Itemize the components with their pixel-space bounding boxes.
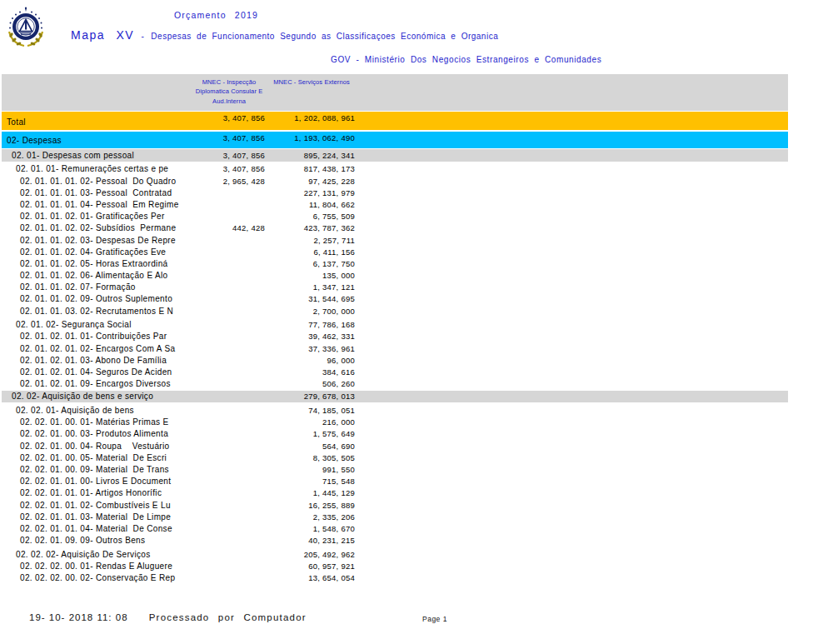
- row-col2: 16, 255, 889: [267, 501, 357, 510]
- row-label: 02. 01. 01. 02. 04- Gratificações Eve: [2, 247, 192, 257]
- table-header-band: MNEC - Inspecção Diplomatica Consular E …: [2, 74, 788, 111]
- row-col2: 135, 000: [267, 271, 357, 280]
- table-row: 02. 02. 02- Aquisição De Serviços 205, 4…: [2, 548, 788, 561]
- table-body: Total 3, 407, 856 1, 202, 088, 961 02- D…: [2, 112, 788, 584]
- row-col2: 11, 804, 662: [267, 200, 357, 209]
- row-label: 02. 01. 02. 01. 09- Encargos Diversos: [2, 379, 192, 388]
- row-filler: [357, 305, 788, 317]
- row-label: 02. 01. 01. 01. 02- Pessoal Do Quadro: [2, 177, 192, 186]
- row-label: 02. 01. 01. 02. 06- Alimentação E Alo: [2, 271, 192, 280]
- budget-table: MNEC - Inspecção Diplomatica Consular E …: [2, 74, 788, 584]
- row-filler: [357, 270, 788, 282]
- table-row: 02. 02. 01. 01. 01- Artigos Honorífic 1,…: [2, 487, 788, 499]
- row-filler: [357, 257, 788, 269]
- row-label: 02. 01. 01. 02. 09- Outros Suplemento: [2, 294, 192, 303]
- row-filler: [357, 149, 788, 162]
- row-filler: [357, 342, 788, 354]
- table-row: 02. 01. 01. 02. 05- Horas Extraordiná 6,…: [2, 257, 788, 269]
- row-col2: 205, 492, 962: [267, 550, 357, 559]
- row-label: 02. 02. 01- Aquisição de bens: [2, 406, 192, 415]
- row-filler: [357, 211, 788, 222]
- row-label: 02. 01. 01. 02. 01- Gratificações Per: [2, 212, 192, 221]
- row-label: 02. 02. 02. 00. 01- Rendas E Aluguere: [2, 562, 192, 571]
- column-header-inspeccao: MNEC - Inspecção Diplomatica Consular E …: [192, 74, 267, 111]
- row-col2: 384, 616: [267, 367, 357, 377]
- row-label: 02. 01. 02- Segurança Social: [2, 320, 192, 329]
- table-row: 02. 01. 02. 01. 09- Encargos Diversos 50…: [2, 378, 788, 390]
- row-col2: 216, 000: [267, 417, 357, 427]
- row-filler: [357, 428, 788, 440]
- table-row: 02. 02. 01. 01. 00- Livros E Document 71…: [2, 476, 788, 487]
- row-filler: [357, 452, 788, 463]
- footer-datetime: 19- 10- 2018 11: 08: [29, 612, 128, 622]
- corner-spacer: [2, 74, 192, 111]
- row-col1: 2, 965, 428: [192, 177, 267, 186]
- row-label: Total: [2, 117, 192, 130]
- row-label: 02. 01. 02. 01. 03- Abono De Família: [2, 356, 192, 365]
- row-filler: [357, 187, 788, 198]
- cape-verde-emblem-icon: [6, 7, 46, 50]
- report-page: Orçamento 2019 Mapa XV - Despesas de Fun…: [0, 0, 833, 644]
- row-col2: 1, 202, 088, 961: [267, 112, 357, 122]
- row-filler: [357, 354, 788, 366]
- page-number: Page 1: [422, 615, 447, 623]
- row-col2: 60, 957, 921: [267, 562, 357, 571]
- row-label: 02. 01. 01. 02. 03- Despesas De Repre: [2, 236, 192, 245]
- row-col2: 37, 336, 961: [267, 344, 357, 353]
- map-number: Mapa XV: [71, 28, 134, 42]
- row-col2: 1, 445, 129: [267, 488, 357, 497]
- table-row: 02. 02. 01. 01. 02- Combustíveis E Lu 16…: [2, 499, 788, 511]
- row-col2: 817, 438, 173: [267, 164, 357, 173]
- row-filler: [357, 234, 788, 246]
- row-col2: 1, 193, 062, 490: [267, 132, 357, 142]
- table-row: 02. 01. 01. 01. 04- Pessoal Em Regime 11…: [2, 198, 788, 210]
- table-row: 02. 02. 02. 00. 02- Conservação E Rep 13…: [2, 572, 788, 583]
- row-col1: 3, 407, 856: [192, 151, 267, 160]
- row-filler: [357, 535, 788, 547]
- row-col2: 8, 305, 505: [267, 453, 357, 462]
- row-filler: [357, 548, 788, 561]
- map-separator: -: [142, 32, 144, 41]
- row-filler: [357, 378, 788, 390]
- row-filler: [357, 112, 788, 130]
- row-label: 02. 01. 02. 01. 02- Encargos Com A Sa: [2, 344, 192, 353]
- row-filler: [357, 440, 788, 452]
- row-filler: [357, 499, 788, 511]
- row-col2: 227, 131, 979: [267, 188, 357, 197]
- row-label: 02. 02. 01. 00. 04- Roupa Vestuário: [2, 442, 192, 451]
- row-filler: [357, 404, 788, 417]
- row-filler: [357, 222, 788, 234]
- row-filler: [357, 282, 788, 293]
- row-label: 02. 02. 01. 00. 09- Material De Trans: [2, 465, 192, 474]
- table-row: 02. 01. 01. 02. 09- Outros Suplemento 31…: [2, 293, 788, 305]
- row-filler: [357, 318, 788, 331]
- row-label: 02. 01. 01. 02. 05- Horas Extraordiná: [2, 259, 192, 268]
- header-filler: [357, 74, 788, 111]
- footer-processed-text: Processado por Computador: [149, 612, 307, 622]
- table-row: 02. 01. 02. 01. 03- Abono De Família 96,…: [2, 354, 788, 366]
- row-col2: 2, 335, 206: [267, 512, 357, 522]
- column-header-servicos-externos: MNEC - Serviços Externos: [267, 74, 357, 111]
- table-row: 02. 02. 01. 09. 09- Outros Bens 40, 231,…: [2, 535, 788, 547]
- map-title-line: Mapa XV - Despesas de Funcionamento Segu…: [71, 27, 498, 42]
- row-col2: 506, 260: [267, 379, 357, 388]
- table-row: 02. 01. 02. 01. 01- Contribuições Par 39…: [2, 331, 788, 342]
- table-row: 02. 02. 01. 00. 09- Material De Trans 99…: [2, 463, 788, 475]
- table-row: 02. 01. 02. 01. 02- Encargos Com A Sa 37…: [2, 342, 788, 354]
- table-row: 02. 02. 01. 00. 04- Roupa Vestuário 564,…: [2, 440, 788, 452]
- row-col2: 2, 700, 000: [267, 307, 357, 316]
- row-label: 02. 02. 01. 01. 01- Artigos Honorífic: [2, 488, 192, 497]
- row-label: 02. 02. 01. 00. 05- Material De Escri: [2, 453, 192, 462]
- table-row: 02. 01. 01. 02. 04- Gratificações Eve 6,…: [2, 246, 788, 257]
- row-filler: [357, 293, 788, 305]
- table-row: 02. 01. 01. 02. 07- Formação 1, 347, 121: [2, 282, 788, 293]
- row-label: 02. 02. 02- Aquisição De Serviços: [2, 550, 192, 559]
- row-label: 02. 02. 01. 01. 03- Material De Limpe: [2, 512, 192, 522]
- row-col2: 895, 224, 341: [267, 151, 357, 160]
- row-filler: [357, 175, 788, 187]
- row-label: 02. 01. 01. 02. 02- Subsídios Permane: [2, 223, 192, 232]
- row-label: 02. 01. 01. 02. 07- Formação: [2, 282, 192, 292]
- table-row: 02- Despesas 3, 407, 856 1, 193, 062, 49…: [2, 132, 788, 148]
- table-row: 02. 02. 01. 01. 03- Material De Limpe 2,…: [2, 511, 788, 522]
- row-col1: 3, 407, 856: [192, 132, 267, 142]
